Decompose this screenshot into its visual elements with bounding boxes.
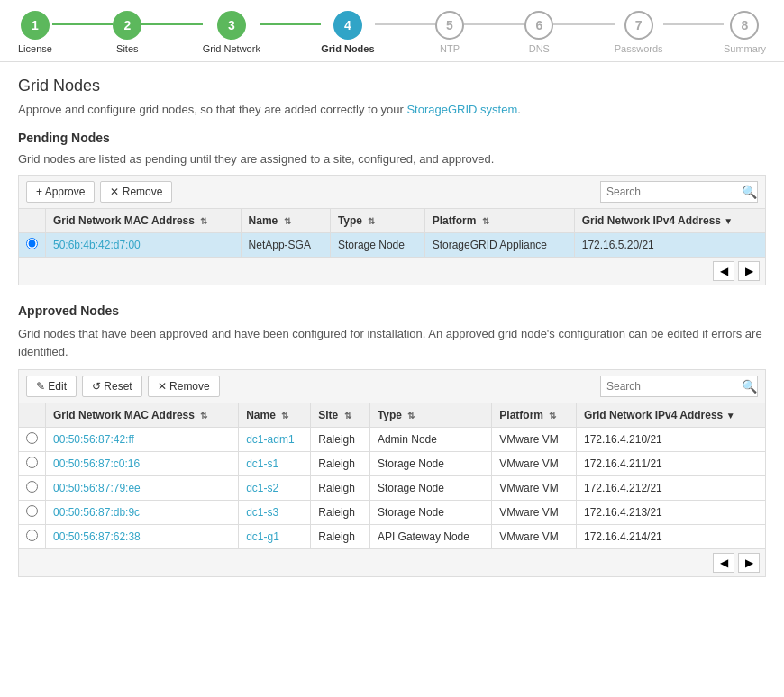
approved-col-platform[interactable]: Platform ⇅	[492, 403, 577, 428]
approved-row-name: dc1-g1	[239, 525, 311, 549]
pending-toolbar: + Approve ✕ Remove 🔍	[18, 175, 766, 208]
approved-search-box: 🔍	[600, 376, 758, 397]
pending-row-radio[interactable]	[19, 233, 46, 258]
approved-toolbar: ✎ Edit ↺ Reset ✕ Remove 🔍	[18, 369, 766, 403]
approved-row-site: Raleigh	[311, 501, 370, 525]
approved-col-radio	[19, 403, 46, 428]
pending-remove-button[interactable]: ✕ Remove	[100, 181, 172, 203]
approved-table-header: Grid Network MAC Address ⇅ Name ⇅ Site ⇅…	[19, 403, 766, 428]
pending-col-type-label: Type	[338, 214, 362, 227]
approved-search-input[interactable]	[606, 380, 742, 393]
approved-row-platform: VMware VM	[492, 525, 577, 549]
pending-col-name-sort: ⇅	[284, 216, 291, 226]
pending-row-platform: StorageGRID Appliance	[424, 233, 574, 258]
approved-col-ipv4-sort: ▼	[726, 411, 735, 421]
pending-col-platform-sort: ⇅	[482, 216, 489, 226]
step-4[interactable]: 4 Grid Nodes	[321, 11, 374, 54]
approved-row-mac: 00:50:56:87:c0:16	[46, 452, 239, 476]
approved-row-type: Admin Node	[369, 428, 491, 452]
approved-row-name: dc1-s2	[239, 476, 311, 501]
approved-row-radio[interactable]	[19, 428, 46, 452]
approved-prev-btn[interactable]: ◀	[713, 553, 734, 573]
step-1[interactable]: 1 License	[18, 11, 52, 54]
approved-table-row[interactable]: 00:50:56:87:42:ff dc1-adm1 Raleigh Admin…	[19, 428, 766, 452]
approved-row-radio[interactable]	[19, 476, 46, 501]
pending-col-platform-label: Platform	[433, 214, 477, 227]
approved-edit-button[interactable]: ✎ Edit	[26, 376, 77, 397]
step-7-circle: 7	[624, 11, 653, 40]
pending-approve-button[interactable]: + Approve	[26, 181, 95, 203]
connector-1-2	[52, 23, 113, 25]
approved-row-radio[interactable]	[19, 501, 46, 525]
approved-col-ipv4-label: Grid Network IPv4 Address	[584, 409, 723, 421]
pending-col-type[interactable]: Type ⇅	[330, 209, 424, 233]
step-8-label: Summary	[724, 43, 766, 54]
approved-row-radio[interactable]	[19, 452, 46, 476]
pending-col-radio	[19, 209, 46, 233]
approved-table-row[interactable]: 00:50:56:87:db:9c dc1-s3 Raleigh Storage…	[19, 501, 766, 525]
approved-row-type: Storage Node	[369, 452, 491, 476]
approved-row-platform: VMware VM	[492, 476, 577, 501]
approved-col-site[interactable]: Site ⇅	[311, 403, 370, 428]
pending-col-type-sort: ⇅	[368, 216, 375, 226]
approved-reset-button[interactable]: ↺ Reset	[82, 376, 142, 397]
approved-row-mac: 00:50:56:87:db:9c	[46, 501, 239, 525]
pending-section-title: Pending Nodes	[18, 131, 766, 145]
step-1-circle: 1	[21, 11, 50, 40]
page-description: Approve and configure grid nodes, so tha…	[18, 103, 766, 116]
step-7[interactable]: 7 Passwords	[615, 11, 663, 54]
approved-table-row[interactable]: 00:50:56:87:79:ee dc1-s2 Raleigh Storage…	[19, 476, 766, 501]
step-2[interactable]: 2 Sites	[113, 11, 141, 54]
pending-col-mac[interactable]: Grid Network MAC Address ⇅	[46, 209, 242, 233]
page-title: Grid Nodes	[18, 77, 766, 95]
approved-row-name: dc1-adm1	[239, 428, 311, 452]
step-8[interactable]: 8 Summary	[724, 11, 766, 54]
step-5[interactable]: 5 NTP	[435, 11, 464, 54]
approved-row-mac: 00:50:56:87:62:38	[46, 525, 239, 549]
approved-next-btn[interactable]: ▶	[738, 553, 760, 573]
step-3-label: Grid Network	[203, 43, 260, 54]
pending-col-name[interactable]: Name ⇅	[241, 209, 330, 233]
approved-col-name[interactable]: Name ⇅	[239, 403, 311, 428]
approved-col-name-sort: ⇅	[281, 411, 288, 421]
approved-col-type[interactable]: Type ⇅	[369, 403, 491, 428]
approved-row-platform: VMware VM	[492, 452, 577, 476]
approved-table-row[interactable]: 00:50:56:87:62:38 dc1-g1 Raleigh API Gat…	[19, 525, 766, 549]
connector-5-6	[464, 23, 524, 25]
approved-row-type: API Gateway Node	[369, 525, 491, 549]
step-8-circle: 8	[730, 11, 759, 40]
approved-col-ipv4[interactable]: Grid Network IPv4 Address ▼	[577, 403, 766, 428]
pending-search-icon-btn[interactable]: 🔍	[742, 185, 757, 199]
approved-row-site: Raleigh	[311, 476, 370, 501]
pending-row-mac: 50:6b:4b:42:d7:00	[46, 233, 242, 258]
connector-6-7	[553, 23, 614, 25]
approved-col-mac[interactable]: Grid Network MAC Address ⇅	[46, 403, 239, 428]
approved-col-site-label: Site	[318, 409, 338, 421]
pending-prev-btn[interactable]: ◀	[713, 261, 734, 281]
pending-next-btn[interactable]: ▶	[738, 261, 760, 281]
pending-table-row[interactable]: 50:6b:4b:42:d7:00 NetApp-SGA Storage Nod…	[19, 233, 766, 258]
approved-remove-button[interactable]: ✕ Remove	[148, 376, 220, 397]
storagegrid-link[interactable]: StorageGRID system	[406, 103, 517, 116]
pending-search-input[interactable]	[606, 186, 742, 198]
pending-col-platform[interactable]: Platform ⇅	[424, 209, 574, 233]
pending-col-ipv4[interactable]: Grid Network IPv4 Address ▼	[574, 209, 765, 233]
approved-col-platform-sort: ⇅	[549, 411, 556, 421]
approved-search-icon-btn[interactable]: 🔍	[742, 379, 757, 394]
connector-3-4	[260, 23, 321, 25]
step-3-circle: 3	[217, 11, 246, 40]
approved-table-row[interactable]: 00:50:56:87:c0:16 dc1-s1 Raleigh Storage…	[19, 452, 766, 476]
approved-section-description: Grid nodes that have been approved and h…	[18, 325, 766, 360]
approved-table: Grid Network MAC Address ⇅ Name ⇅ Site ⇅…	[18, 403, 766, 549]
pending-pagination: ◀ ▶	[18, 258, 766, 285]
step-6[interactable]: 6 DNS	[524, 11, 553, 54]
approved-col-name-label: Name	[246, 409, 276, 421]
approved-col-type-sort: ⇅	[407, 411, 415, 421]
approved-row-radio[interactable]	[19, 525, 46, 549]
pending-table-body: 50:6b:4b:42:d7:00 NetApp-SGA Storage Nod…	[19, 233, 766, 258]
approved-toolbar-left: ✎ Edit ↺ Reset ✕ Remove	[26, 376, 220, 397]
approved-row-ipv4: 172.16.4.211/21	[577, 452, 766, 476]
step-2-label: Sites	[116, 43, 138, 54]
step-3[interactable]: 3 Grid Network	[203, 11, 260, 54]
approved-row-type: Storage Node	[369, 476, 491, 501]
